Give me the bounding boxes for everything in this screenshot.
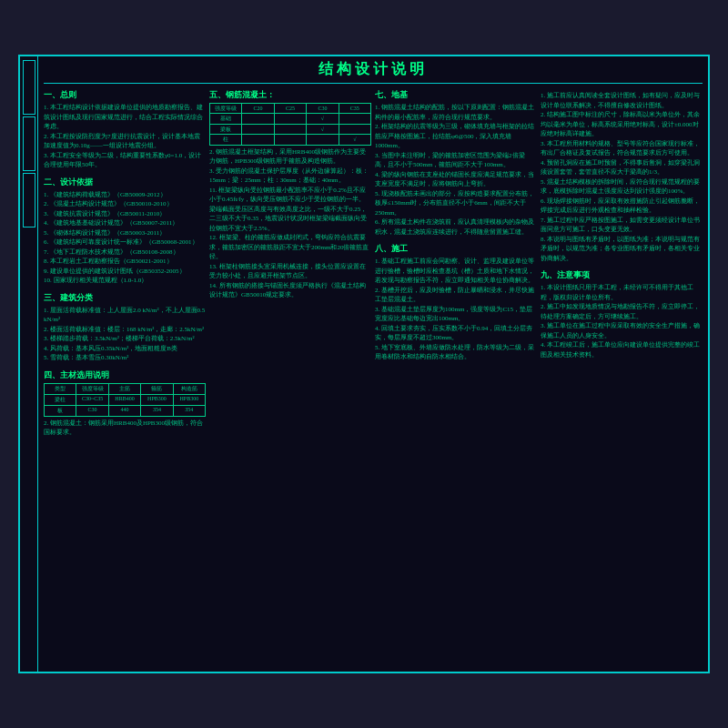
s6-l6: 6. 所有混凝土构件在浇筑前，应认真清理模板内的杂物及积水，混凝土浇筑应连续进行… (375, 217, 537, 237)
column-2: 五、钢筋混凝土： 强度等级 C20 C25 C30 C35 基础 (209, 89, 371, 668)
s6-l3: 3. 当图中未注明时，梁的箍筋加密区范围为梁端2倍梁高，且不小于500mm，箍筋… (375, 151, 537, 170)
section3-title: 三、建筑分类 (44, 292, 206, 304)
s3-line4: 4. 风荷载：基本风压0.35kN/m²，地面粗糙度B类 (44, 344, 206, 354)
s2-line6: 6. 《建筑结构可靠度设计统一标准》（GB50068-2001） (44, 238, 206, 248)
s4-l1: 2. 钢筋混凝土框架结构，采用HRB400级钢筋作为主要受力钢筋，HPB300级… (209, 147, 371, 167)
note-l4: 4. 本工程竣工后，施工单位应向建设单位提供完整的竣工图及相关技术资料。 (541, 340, 703, 359)
s8-l3: 3. 本工程所用材料的规格、型号等应符合国家现行标准，有出厂合格证及复试报告，符… (541, 139, 703, 158)
section7-content: 1. 基础工程施工前应会同勘察、设计、监理及建设单位等进行验槽，验槽时应检查基坑… (375, 257, 537, 362)
section-foundation: 八、施工 1. 基础工程施工前应会同勘察、设计、监理及建设单位等进行验槽，验槽时… (375, 243, 537, 362)
s4-l2: 3. 受力钢筋的混凝土保护层厚度（从外边缘算起）：板：15mm；梁：25mm；柱… (209, 167, 371, 186)
ct-r1c4: √ (307, 114, 339, 123)
section2-title: 二、设计依据 (44, 177, 206, 188)
concrete-grade-table: 强度等级 C20 C25 C30 C35 基础 √ (209, 103, 371, 146)
ct-h4: C30 (307, 104, 339, 113)
ct-r1c3 (275, 114, 307, 123)
s1-line3: 3. 本工程安全等级为二级，结构重要性系数γ0=1.0，设计合理使用年限50年。 (44, 151, 206, 170)
ct-r3c4 (307, 135, 339, 144)
s3-line1: 1. 屋面活荷载标准值：上人屋面2.0 kN/m²，不上人屋面0.5 kN/m² (44, 306, 206, 325)
s8-l4: 4. 预留孔洞应在施工时预留，不得事后凿洞，如穿梁孔洞须设置套管，套管直径不应大… (541, 158, 703, 177)
s3-line3: 3. 楼梯踏步荷载：3.5kN/m²；楼梯平台荷载：2.5kN/m² (44, 334, 206, 344)
note-l2: 2. 施工中如发现地质情况与地勘报告不符，应立即停工，待处理方案确定后，方可继续… (541, 302, 703, 321)
section4-lines: 2. 钢筋混凝土框架结构，采用HRB400级钢筋作为主要受力钢筋，HPB300级… (209, 147, 371, 300)
td-c30b: C30 (76, 406, 108, 416)
ct-r1c5 (339, 114, 370, 123)
s4-l7: 14. 所有钢筋的搭接与锚固长度须严格执行《混凝土结构设计规范》GB50010规… (209, 281, 371, 300)
main-content: 结构设计说明 一、总则 1. 本工程结构设计依据建设单位提供的地质勘察报告、建筑… (38, 56, 708, 672)
mat-note: 2. 钢筋混凝土：钢筋采用HRB400及HPB300级钢筋，符合国标要求。 (44, 419, 206, 438)
section4-title: 五、钢筋混凝土： (209, 89, 371, 101)
section-construction: 1. 施工前应认真阅读全套设计图纸，如有疑问，应及时与设计单位联系解决，不得擅自… (541, 89, 703, 263)
s4-l5: 12. 框架梁、柱的箍筋应做成封闭式，弯钩应符合抗震要求，箍筋加密区的箍筋肢距不… (209, 233, 371, 262)
td-c30: C30~C35 (76, 395, 108, 405)
notes-title: 九、注意事项 (541, 269, 703, 281)
s2-line3: 3. 《建筑抗震设计规范》（GB50011-2010） (44, 209, 206, 219)
s8-l7: 7. 施工过程中应严格按图施工，如需变更须经设计单位书面同意方可施工，口头变更无… (541, 216, 703, 235)
ct-r2c2 (242, 125, 274, 134)
s2-line5: 5. 《砌体结构设计规范》（GB50003-2011） (44, 228, 206, 238)
s8-l1: 1. 施工前应认真阅读全套设计图纸，如有疑问，应及时与设计单位联系解决，不得擅自… (541, 91, 703, 110)
ct-r2c3 (275, 125, 307, 134)
th-other: 构造筋 (174, 384, 205, 394)
section6-title: 七、地基 (375, 89, 537, 101)
section4-table-wrapper: 强度等级 C20 C25 C30 C35 基础 √ (209, 103, 371, 146)
sidebar-mark-1 (23, 60, 35, 115)
section-general: 一、总则 1. 本工程结构设计依据建设单位提供的地质勘察报告、建筑设计图纸及现行… (44, 89, 206, 170)
s1-line1: 1. 本工程结构设计依据建设单位提供的地质勘察报告、建筑设计图纸及现行国家规范进… (44, 103, 206, 132)
section2-content: 1. 《建筑结构荷载规范》（GB50009-2012） 2. 《混凝土结构设计规… (44, 190, 206, 286)
td-beam: 梁柱 (45, 395, 76, 405)
section3-content: 1. 屋面活荷载标准值：上人屋面2.0 kN/m²，不上人屋面0.5 kN/m²… (44, 306, 206, 363)
ct-row1: 基础 √ (210, 114, 370, 124)
section1-title: 一、总则 (44, 89, 206, 101)
section-materials-table: 四、主材选用说明 类型 强度等级 主筋 箍筋 构造筋 梁柱 C30~C35 (44, 369, 206, 438)
ct-r2c4: √ (307, 125, 339, 134)
s8-l8: 8. 本说明与图纸有矛盾时，以图纸为准；本说明与规范有矛盾时，以规范为准；各专业… (541, 235, 703, 264)
s4-l3: 11. 框架梁纵向受拉钢筋最小配筋率不应小于0.2%且不应小于0.45ft/fy… (209, 186, 371, 205)
section-classification: 三、建筑分类 1. 屋面活荷载标准值：上人屋面2.0 kN/m²，不上人屋面0.… (44, 292, 206, 363)
section-notes: 九、注意事项 1. 本设计图纸只用于本工程，未经许可不得用于其他工程，版权归设计… (541, 269, 703, 359)
ct-h5: C35 (339, 104, 370, 113)
notes-content: 1. 本设计图纸只用于本工程，未经许可不得用于其他工程，版权归设计单位所有。 2… (541, 283, 703, 359)
ct-r2c5 (339, 125, 370, 134)
s2-line8: 8. 本工程岩土工程勘察报告（GB50021-2001） (44, 257, 206, 267)
ct-r3c3 (275, 135, 307, 144)
td-354b: 354 (174, 406, 205, 416)
section6-content: 1. 钢筋混凝土结构的配筋，按以下原则配置：钢筋混凝土构件的最小配筋率，应符合现… (375, 103, 537, 237)
s6-l5: 5. 现浇板配筋未画出的部分，应按构造要求配置分布筋，板厚≤150mm时，分布筋… (375, 189, 537, 218)
content-area: 一、总则 1. 本工程结构设计依据建设单位提供的地质勘察报告、建筑设计图纸及现行… (44, 89, 703, 668)
materials-table: 类型 强度等级 主筋 箍筋 构造筋 梁柱 C30~C35 HRB400 HPB3… (44, 383, 206, 417)
column-1: 一、总则 1. 本工程结构设计依据建设单位提供的地质勘察报告、建筑设计图纸及现行… (44, 89, 206, 668)
ct-r1c1: 基础 (210, 114, 242, 123)
ct-r3c1: 柱 (210, 135, 242, 144)
section-basis: 二、设计依据 1. 《建筑结构荷载规范》（GB50009-2012） 2. 《混… (44, 177, 206, 286)
s6-l1: 1. 钢筋混凝土结构的配筋，按以下原则配置：钢筋混凝土构件的最小配筋率，应符合现… (375, 103, 537, 122)
section-concrete: 五、钢筋混凝土： 强度等级 C20 C25 C30 C35 基础 (209, 89, 371, 300)
ct-h1: 强度等级 (210, 104, 242, 113)
section-rebar: 七、地基 1. 钢筋混凝土结构的配筋，按以下原则配置：钢筋混凝土构件的最小配筋率… (375, 89, 537, 237)
s2-line9: 9. 建设单位提供的建筑设计图纸（GB50352-2005） (44, 267, 206, 277)
td-hpb300: HPB300 (141, 395, 173, 405)
s8-l6: 6. 现场焊接钢筋时，应采取有效措施防止引起钢筋脆断，焊接完成后应进行外观检查和… (541, 197, 703, 216)
ct-h3: C25 (275, 104, 307, 113)
s7-l5: 5. 地下室底板、外墙应做防水处理，防水等级为二级，采用卷材防水和结构自防水相结… (375, 343, 537, 362)
td-hrb400: HRB400 (109, 395, 141, 405)
s7-l4: 4. 回填土要求夯实，压实系数不小于0.94，回填土分层夯实，每层厚度不超过30… (375, 324, 537, 343)
s7-l3: 3. 基础混凝土垫层厚度为100mm，强度等级为C15，垫层宽度应比基础每边宽出… (375, 305, 537, 324)
table-data-row-1: 梁柱 C30~C35 HRB400 HPB300 HPB300 (45, 395, 205, 406)
td-slab: 板 (45, 406, 76, 416)
left-sidebar (20, 56, 38, 672)
th-type: 类型 (45, 384, 76, 394)
s7-l2: 2. 基槽开挖后，应及时验槽，防止暴晒和浸水，并尽快施工垫层混凝土。 (375, 286, 537, 305)
s4-l4: 梁端截面受压区高度与有效高度之比，一级不大于0.25，二三级不大于0.35，地震… (209, 205, 371, 234)
ct-header: 强度等级 C20 C25 C30 C35 (210, 104, 370, 114)
s7-l1: 1. 基础工程施工前应会同勘察、设计、监理及建设单位等进行验槽，验槽时应检查基坑… (375, 257, 537, 286)
section1-content: 1. 本工程结构设计依据建设单位提供的地质勘察报告、建筑设计图纸及现行国家规范进… (44, 103, 206, 170)
materials-title: 四、主材选用说明 (44, 369, 206, 381)
ct-r2c1: 梁板 (210, 125, 242, 134)
s2-line2: 2. 《混凝土结构设计规范》（GB50010-2010） (44, 199, 206, 209)
td-440: 440 (109, 406, 141, 416)
s1-line2: 2. 本工程按设防烈度为7度进行抗震设计，设计基本地震加速度值为0.10g——一… (44, 132, 206, 151)
ct-r3c5: √ (339, 135, 370, 144)
ct-row3: 柱 √ (210, 135, 370, 144)
s4-l6: 13. 框架柱钢筋接头宜采用机械连接，接头位置应设置在受力较小处，且应避开框架节… (209, 262, 371, 281)
